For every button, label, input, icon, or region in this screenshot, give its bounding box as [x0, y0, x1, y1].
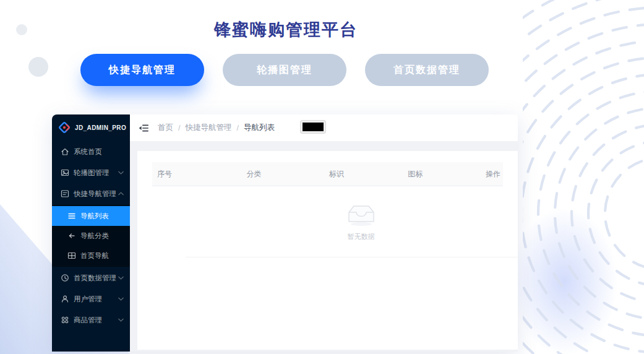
breadcrumb-current: 导航列表 — [244, 123, 275, 133]
sidebar-item-label: 导航列表 — [80, 212, 109, 221]
sidebar-item-label: 快捷导航管理 — [74, 189, 116, 199]
content-area: 首页 / 快捷导航管理 / 导航列表 序号 分类 标识 图标 操作 — [130, 114, 518, 352]
chevron-down-icon — [118, 318, 124, 322]
sidebar-item-label: 系统首页 — [74, 147, 102, 157]
column-header-actions: 操作 — [461, 169, 503, 179]
sidebar-item-carousel-management[interactable]: 轮播图管理 — [52, 163, 130, 183]
quick-nav-icon — [61, 189, 69, 198]
menu-fold-icon[interactable] — [139, 124, 148, 132]
sidebar-item-home-data-management[interactable]: 首页数据管理 — [52, 268, 130, 288]
empty-state-text: 暂无数据 — [348, 232, 375, 241]
sidebar-item-product-management[interactable]: 商品管理 — [52, 310, 130, 330]
column-header-index: 序号 — [152, 169, 205, 179]
column-header-icon: 图标 — [370, 169, 461, 179]
page: 锋蜜嗨购管理平台 快捷导航管理 轮播图管理 首页数据管理 JD_ADMIN_PR… — [0, 0, 644, 354]
sidebar-subitem-nav-category[interactable]: 导航分类 — [52, 226, 130, 246]
tab-quick-nav-management[interactable]: 快捷导航管理 — [80, 54, 204, 86]
sidebar-item-system-home[interactable]: 系统首页 — [52, 142, 130, 162]
sidebar-submenu: 导航列表 导航分类 — [52, 205, 130, 267]
sidebar-subitem-home-nav[interactable]: 首页导航 — [52, 246, 130, 266]
column-header-identifier: 标识 — [303, 169, 370, 179]
clock-icon — [61, 274, 69, 282]
redacted-black-box — [301, 121, 325, 133]
breadcrumb-separator: / — [236, 124, 238, 132]
sidebar-item-quick-nav-management[interactable]: 快捷导航管理 — [52, 184, 130, 204]
grid-icon — [67, 251, 76, 260]
tab-home-data-management[interactable]: 首页数据管理 — [365, 54, 489, 86]
content-header: 首页 / 快捷导航管理 / 导航列表 — [130, 114, 518, 141]
sidebar-subitem-nav-list[interactable]: 导航列表 — [52, 206, 130, 226]
decor-dashed-arcs — [523, 0, 644, 354]
breadcrumb-separator: / — [178, 124, 180, 132]
home-icon — [61, 147, 69, 156]
column-header-category: 分类 — [205, 169, 303, 179]
apps-icon — [61, 316, 69, 324]
empty-tray-icon — [343, 202, 379, 229]
sidebar-item-user-management[interactable]: 用户管理 — [52, 289, 130, 309]
chevron-down-icon — [118, 276, 124, 280]
sidebar-menu: 系统首页 轮播图管理 — [52, 142, 130, 331]
user-icon — [61, 295, 69, 303]
sidebar-item-label: 首页数据管理 — [74, 274, 116, 283]
breadcrumb-quick-nav[interactable]: 快捷导航管理 — [185, 123, 231, 133]
logo: JD_ADMIN_PRO — [52, 114, 130, 140]
chevron-down-icon — [118, 171, 124, 175]
sidebar: JD_ADMIN_PRO 系统首页 — [52, 114, 130, 352]
breadcrumb: 首页 / 快捷导航管理 / 导航列表 — [158, 123, 275, 133]
logo-diamond-icon — [58, 121, 71, 134]
empty-state: 暂无数据 — [186, 186, 518, 257]
admin-panel: JD_ADMIN_PRO 系统首页 — [52, 114, 518, 352]
sidebar-item-label: 轮播图管理 — [74, 168, 109, 178]
logo-text: JD_ADMIN_PRO — [75, 124, 126, 131]
sidebar-item-label: 商品管理 — [74, 316, 102, 325]
arrow-left-icon — [67, 231, 76, 240]
list-icon — [67, 212, 76, 220]
chevron-down-icon — [118, 297, 124, 301]
tab-carousel-management[interactable]: 轮播图管理 — [223, 54, 346, 86]
decor-dot-large — [28, 57, 48, 77]
breadcrumb-home[interactable]: 首页 — [158, 123, 173, 133]
table-header-row: 序号 分类 标识 图标 操作 — [152, 162, 503, 186]
carousel-image-icon — [61, 168, 69, 177]
page-title: 锋蜜嗨购管理平台 — [0, 19, 572, 41]
table-card: 序号 分类 标识 图标 操作 暂无数据 — [137, 151, 518, 350]
sidebar-item-label: 用户管理 — [74, 295, 102, 304]
chevron-up-icon — [118, 192, 124, 196]
sidebar-item-label: 首页导航 — [80, 251, 109, 261]
sidebar-item-label: 导航分类 — [80, 231, 109, 241]
